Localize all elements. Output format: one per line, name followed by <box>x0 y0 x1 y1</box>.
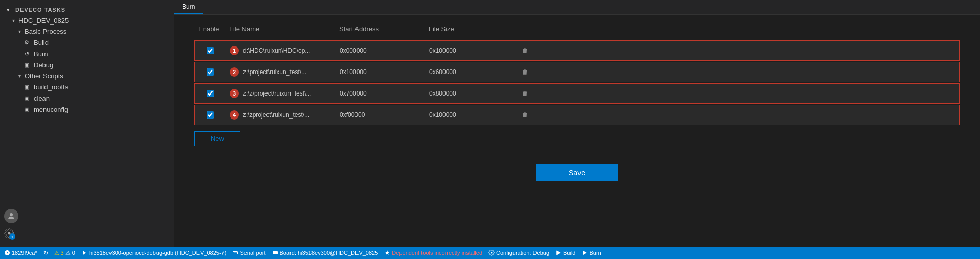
remote-label: 1829f9ca* <box>12 250 37 256</box>
enable-checkbox-1[interactable] <box>207 47 214 54</box>
filename-text-4: z:\zproject\ruixun_test\... <box>243 111 309 119</box>
row-size-4: 0x100000 <box>425 106 515 124</box>
delete-row-3[interactable] <box>515 85 535 102</box>
status-sync[interactable]: ↻ <box>43 250 48 256</box>
board-icon <box>272 250 278 256</box>
svg-marker-8 <box>556 251 561 255</box>
sync-icon: ↻ <box>43 250 48 256</box>
sidebar-item-label: Build <box>34 39 49 46</box>
status-build[interactable]: Build <box>555 250 575 256</box>
svg-marker-9 <box>583 251 587 255</box>
board-label: Board: hi3518ev300@HDC_DEV_0825 <box>280 250 378 256</box>
remote-icon <box>4 250 10 256</box>
status-bar: 1829f9ca* ↻ ⚠ 3 ⚠ 0 hi3518ev300-openocd-… <box>0 247 980 259</box>
save-button[interactable]: Save <box>536 164 618 181</box>
sidebar-item-basic-process[interactable]: ▾ Basic Process <box>0 26 174 37</box>
burn-play-icon <box>582 250 588 256</box>
status-debug-process: hi3518ev300-openocd-debug-gdb (HDC_DEV_0… <box>81 250 226 256</box>
row-filename-4: 4 z:\zproject\ruixun_test\... <box>226 105 336 125</box>
sidebar-item-clean[interactable]: ▣ clean <box>0 92 174 104</box>
script-icon: ▣ <box>23 94 31 102</box>
chevron-icon: ▾ <box>16 29 23 35</box>
table-header: Enable File Name Start Address File Size <box>194 25 960 36</box>
notification-badge: 1 <box>9 233 15 240</box>
sidebar-item-hdc-dev[interactable]: ▾ HDC_DEV_0825 <box>0 15 174 26</box>
delete-row-1[interactable] <box>515 42 535 59</box>
tab-bar: Burn <box>174 0 980 15</box>
sidebar-item-label: clean <box>34 95 50 102</box>
sidebar-item-other-scripts[interactable]: ▾ Other Scripts <box>0 70 174 81</box>
status-configuration: Configuration: Debug <box>488 250 549 256</box>
sidebar-item-menuconfig[interactable]: ▣ menuconfig <box>0 104 174 115</box>
svg-rect-6 <box>273 251 278 254</box>
header-enable: Enable <box>194 25 225 33</box>
svg-marker-1 <box>83 251 86 255</box>
delete-row-2[interactable] <box>515 63 535 81</box>
table-row: 2 z:\project\ruixun_test\... 0x100000 0x… <box>194 62 960 82</box>
row-badge-3: 3 <box>230 89 239 98</box>
warning-count: ⚠ 3 <box>54 250 64 256</box>
row-address-3: 0x700000 <box>336 85 425 102</box>
play-icon <box>81 250 87 256</box>
debug-icon: ▣ <box>23 61 31 69</box>
status-warnings: ⚠ 3 ⚠ 0 <box>54 250 75 256</box>
row-filename-2: 2 z:\project\ruixun_test\... <box>226 62 336 82</box>
status-burn[interactable]: Burn <box>582 250 601 256</box>
avatar[interactable] <box>4 209 18 223</box>
debug-process-label: hi3518ev300-openocd-debug-gdb (HDC_DEV_0… <box>89 250 226 256</box>
build-play-icon <box>555 250 562 256</box>
status-board: Board: hi3518ev300@HDC_DEV_0825 <box>272 250 378 256</box>
sidebar-item-burn[interactable]: ↺ Burn <box>0 48 174 59</box>
content-area: Enable File Name Start Address File Size… <box>174 15 980 247</box>
header-start-address: Start Address <box>335 25 425 33</box>
header-filename: File Name <box>225 25 335 33</box>
chevron-icon: ▾ <box>16 73 23 79</box>
config-icon <box>488 250 495 256</box>
build-label: Build <box>563 250 575 256</box>
row-size-2: 0x600000 <box>425 63 515 81</box>
script-icon: ▣ <box>23 105 31 113</box>
sidebar-item-label: Debug <box>34 61 53 69</box>
delete-row-4[interactable] <box>515 106 535 124</box>
sidebar: ▾ DEVECO TASKS ▾ HDC_DEV_0825 ▾ Basic Pr… <box>0 0 174 247</box>
row-size-3: 0x800000 <box>425 85 515 102</box>
filename-text-2: z:\project\ruixun_test\... <box>243 68 306 76</box>
burn-label: Burn <box>589 250 601 256</box>
status-dependent-tools: Dependent tools incorrectly installed <box>384 250 482 256</box>
new-button[interactable]: New <box>194 131 240 146</box>
tab-label: Burn <box>182 3 195 10</box>
enable-checkbox-3[interactable] <box>207 90 214 97</box>
sidebar-item-debug[interactable]: ▣ Debug <box>0 59 174 70</box>
configuration-label: Configuration: Debug <box>496 250 549 256</box>
settings-button[interactable]: 1 <box>4 228 14 239</box>
dependent-tools-label: Dependent tools incorrectly installed <box>392 250 482 256</box>
status-remote[interactable]: 1829f9ca* <box>4 250 37 256</box>
build-icon: ⚙ <box>23 38 31 46</box>
enable-checkbox-4[interactable] <box>207 111 214 119</box>
sidebar-item-build[interactable]: ⚙ Build <box>0 37 174 48</box>
sidebar-item-label: Other Scripts <box>25 72 63 80</box>
row-enable-1[interactable] <box>195 42 226 59</box>
row-size-1: 0x100000 <box>425 42 515 59</box>
svg-point-0 <box>10 213 13 216</box>
row-address-1: 0x000000 <box>336 42 425 59</box>
svg-point-7 <box>491 252 493 254</box>
table-row: 4 z:\zproject\ruixun_test\... 0xf00000 0… <box>194 105 960 125</box>
sidebar-item-label: Basic Process <box>25 28 66 35</box>
row-address-4: 0xf00000 <box>336 106 425 124</box>
enable-checkbox-2[interactable] <box>207 68 214 76</box>
tab-burn[interactable]: Burn <box>174 0 203 14</box>
row-filename-1: 1 d:\HDC\ruixun\HDC\op... <box>226 41 336 60</box>
main-content: Burn Enable File Name Start Address File… <box>174 0 980 247</box>
row-enable-2[interactable] <box>195 63 226 81</box>
sidebar-item-label: build_rootfs <box>34 83 68 91</box>
tools-icon <box>384 250 390 256</box>
row-enable-4[interactable] <box>195 106 226 124</box>
row-filename-3: 3 z:\z\project\ruixun_test\... <box>226 84 336 103</box>
sidebar-section-title: DEVECO TASKS <box>15 7 65 13</box>
sidebar-section-header: ▾ DEVECO TASKS <box>0 4 174 15</box>
rows-container: 1 d:\HDC\ruixun\HDC\op... 0x000000 0x100… <box>194 40 960 125</box>
row-enable-3[interactable] <box>195 85 226 102</box>
sidebar-item-build-rootfs[interactable]: ▣ build_rootfs <box>0 81 174 92</box>
burn-icon: ↺ <box>23 50 31 58</box>
